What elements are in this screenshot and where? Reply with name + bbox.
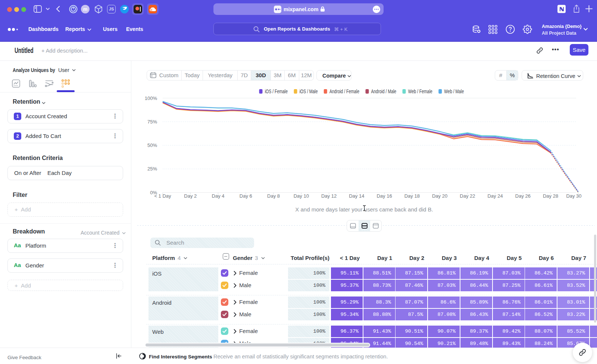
svg-text:100%: 100% bbox=[145, 95, 157, 101]
svg-text:25%: 25% bbox=[147, 166, 157, 172]
svg-text:Day 6: Day 6 bbox=[240, 193, 252, 199]
svg-text:Day 20: Day 20 bbox=[432, 193, 447, 199]
svg-text:Day 28: Day 28 bbox=[543, 193, 558, 199]
svg-text:Day 24: Day 24 bbox=[487, 193, 503, 199]
svg-text:Day 10: Day 10 bbox=[294, 193, 309, 199]
svg-text:Day 12: Day 12 bbox=[321, 193, 337, 199]
svg-text:Day 30: Day 30 bbox=[566, 193, 581, 199]
svg-text:Day 4: Day 4 bbox=[212, 193, 225, 199]
svg-text:Day 8: Day 8 bbox=[267, 193, 280, 199]
svg-text:< 1 Day: < 1 Day bbox=[154, 193, 171, 199]
svg-text:Day 26: Day 26 bbox=[515, 193, 531, 199]
svg-text:Day 2: Day 2 bbox=[184, 193, 197, 199]
svg-text:Day 22: Day 22 bbox=[460, 193, 475, 199]
svg-text:Day 16: Day 16 bbox=[376, 193, 392, 199]
svg-text:75%: 75% bbox=[147, 119, 157, 125]
svg-text:50%: 50% bbox=[147, 142, 157, 148]
svg-text:Day 14: Day 14 bbox=[349, 193, 364, 199]
svg-text:Day 18: Day 18 bbox=[404, 193, 420, 199]
